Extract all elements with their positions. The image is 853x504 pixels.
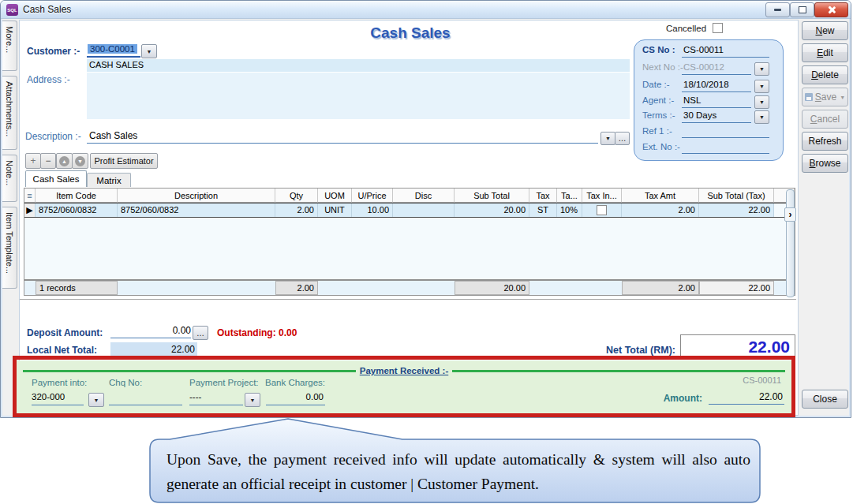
- ext-no-field[interactable]: [682, 142, 769, 152]
- move-down-button[interactable]: ▼: [72, 153, 88, 169]
- sidebar-tab-attachments[interactable]: Attachments...: [2, 76, 17, 150]
- green-line-left: [23, 370, 356, 372]
- amount-field[interactable]: 22.00: [709, 391, 784, 405]
- col-header-uprice[interactable]: U/Price: [352, 189, 393, 203]
- tab-cash-sales[interactable]: Cash Sales: [25, 170, 87, 187]
- tax-inclusive-checkbox[interactable]: [597, 205, 607, 215]
- cell-uprice[interactable]: 10.00: [352, 203, 393, 217]
- new-button[interactable]: New: [802, 21, 848, 40]
- chq-no-label: Chq No:: [109, 378, 142, 387]
- sidebar-tab-label: Attachments...: [5, 81, 14, 136]
- app-icon: SQL: [6, 4, 18, 16]
- cell-description[interactable]: 8752/060/0832: [118, 203, 275, 217]
- current-row-icon: ▶: [24, 203, 36, 217]
- save-button[interactable]: Save ▼: [802, 88, 848, 106]
- cell-uom[interactable]: UNIT: [318, 203, 352, 217]
- agent-dropdown-button[interactable]: ▼: [754, 95, 769, 109]
- payment-project-value: ----: [189, 392, 201, 401]
- profit-estimator-button[interactable]: Profit Estimator: [90, 153, 158, 169]
- cell-tax-rate[interactable]: 10%: [557, 203, 582, 217]
- net-total-label: Net Total (RM):: [593, 345, 675, 356]
- browse-button[interactable]: Browse: [802, 154, 848, 173]
- cell-tax-amt[interactable]: 2.00: [622, 203, 699, 217]
- payment-into-combobox[interactable]: 320-000: [32, 392, 84, 405]
- terms-dropdown-button[interactable]: ▼: [754, 110, 769, 124]
- close-button[interactable]: Close: [802, 390, 848, 409]
- sidebar-tab-more[interactable]: More...: [2, 21, 17, 71]
- row-selector-header-icon[interactable]: ≡: [24, 189, 36, 203]
- payment-project-dropdown-button[interactable]: ▼: [245, 393, 260, 407]
- customer-name-field[interactable]: CASH SALES: [87, 59, 630, 72]
- col-header-subtotal-tax[interactable]: Sub Total (Tax): [699, 189, 774, 203]
- chq-no-field[interactable]: [109, 392, 182, 405]
- sidebar-tab-item-template[interactable]: Item Template...: [2, 207, 17, 289]
- table-row[interactable]: ▶ 8752/060/0832 8752/060/0832 2.00 UNIT …: [24, 203, 795, 218]
- grid-empty-area[interactable]: [24, 218, 795, 279]
- ellipsis-icon: …: [196, 329, 204, 338]
- description-field[interactable]: [87, 131, 598, 144]
- sidebar-tab-label: More...: [5, 26, 14, 53]
- cell-subtotal[interactable]: 20.00: [455, 203, 529, 217]
- expand-panel-button[interactable]: ›: [784, 207, 796, 222]
- close-window-button[interactable]: [814, 2, 848, 17]
- col-header-qty[interactable]: Qty: [275, 189, 318, 203]
- terms-value: 30 Days: [683, 110, 716, 120]
- col-header-subtotal[interactable]: Sub Total: [455, 189, 529, 203]
- bank-charges-field[interactable]: 0.00: [266, 392, 325, 405]
- local-net-total-value: 22.00: [110, 342, 197, 356]
- chevron-down-icon: ▼: [250, 398, 256, 403]
- payment-doc-no: CS-00011: [726, 375, 781, 385]
- payment-project-label: Payment Project:: [189, 378, 259, 387]
- add-row-button[interactable]: +: [25, 153, 41, 169]
- date-label: Date :-: [642, 80, 670, 89]
- cell-tax-inclusive[interactable]: [582, 203, 622, 217]
- deposit-amount-field[interactable]: 0.00: [110, 325, 191, 338]
- col-header-tax-inclusive[interactable]: Tax In...: [582, 189, 622, 203]
- refresh-button[interactable]: Refresh: [802, 132, 848, 151]
- col-header-tax[interactable]: Tax: [529, 189, 557, 203]
- delete-button[interactable]: Delete: [802, 65, 848, 84]
- col-header-tax-rate[interactable]: Ta...: [557, 189, 582, 203]
- cell-qty[interactable]: 2.00: [275, 203, 318, 217]
- sidebar-tab-note[interactable]: Note...: [2, 155, 17, 202]
- col-header-item-code[interactable]: Item Code: [36, 189, 118, 203]
- save-split-chevron-icon[interactable]: ▼: [840, 95, 845, 100]
- window-title: Cash Sales: [23, 4, 71, 15]
- cell-tax[interactable]: ST: [529, 203, 557, 217]
- description-dropdown-button[interactable]: ▼: [600, 132, 615, 145]
- col-header-tax-amt[interactable]: Tax Amt: [622, 189, 699, 203]
- address-field[interactable]: [87, 73, 630, 119]
- sidebar-tab-label: Note...: [5, 160, 14, 185]
- col-header-disc[interactable]: Disc: [393, 189, 455, 203]
- cell-subtotal-tax[interactable]: 22.00: [699, 203, 774, 217]
- remove-row-button[interactable]: −: [40, 153, 56, 169]
- date-dropdown-button[interactable]: ▼: [754, 80, 769, 93]
- customer-combobox[interactable]: 300-C0001: [87, 43, 140, 58]
- date-value: 18/10/2018: [683, 80, 729, 89]
- description-more-button[interactable]: …: [615, 132, 630, 145]
- payment-project-combobox[interactable]: ----: [189, 392, 243, 405]
- cell-item-code[interactable]: 8752/060/0832: [36, 203, 118, 217]
- deposit-more-button[interactable]: …: [193, 326, 208, 340]
- customer-dropdown-button[interactable]: ▼: [141, 44, 157, 58]
- move-up-button[interactable]: ▲: [56, 153, 73, 169]
- close-icon: [827, 6, 836, 14]
- chevron-down-icon: ▼: [605, 136, 611, 141]
- tab-matrix[interactable]: Matrix: [87, 173, 131, 187]
- titlebar[interactable]: SQL Cash Sales: [1, 1, 851, 19]
- col-header-description[interactable]: Description: [118, 189, 275, 203]
- cancel-button[interactable]: Cancel: [802, 110, 848, 129]
- minimize-button[interactable]: [765, 2, 790, 17]
- restore-button[interactable]: [790, 2, 814, 17]
- ref1-field[interactable]: [682, 126, 769, 136]
- cell-disc[interactable]: [393, 203, 455, 217]
- payment-into-dropdown-button[interactable]: ▼: [88, 393, 104, 407]
- payment-section-header: Payment Received :-: [23, 366, 785, 375]
- next-no-dropdown-button[interactable]: ▼: [754, 62, 769, 76]
- edit-button[interactable]: Edit: [802, 43, 848, 62]
- grid-scrollbar[interactable]: [786, 189, 795, 297]
- sidebar-tab-label: Item Template...: [5, 212, 14, 274]
- chevron-down-icon: ▼: [94, 398, 99, 403]
- col-header-uom[interactable]: UOM: [318, 189, 352, 203]
- cancelled-checkbox[interactable]: [713, 23, 723, 33]
